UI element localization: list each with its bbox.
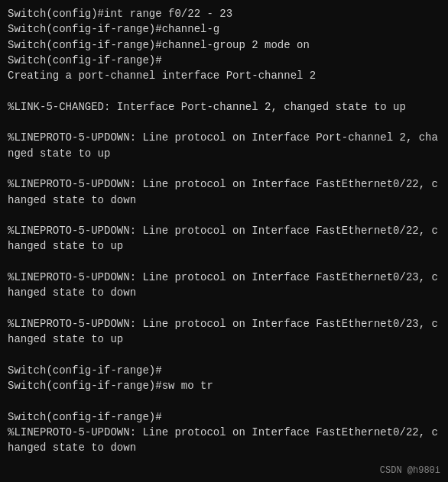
terminal-blank-line: [8, 161, 440, 176]
terminal-blank-line: [8, 83, 440, 99]
terminal-line: Switch(config-if-range)#: [8, 409, 440, 425]
terminal-line: Switch(config-if-range)#channel-group 2 …: [8, 37, 440, 53]
terminal-blank-line: [8, 115, 440, 130]
terminal-line: %LINEPROTO-5-UPDOWN: Line protocol on In…: [8, 425, 440, 456]
terminal-blank-line: [8, 348, 440, 363]
terminal-blank-line: [8, 393, 440, 409]
terminal-line: %LINEPROTO-5-UPDOWN: Line protocol on In…: [8, 176, 440, 208]
terminal-line: Creating a port-channel interface Port-c…: [8, 68, 440, 83]
terminal-line: %LINEPROTO-5-UPDOWN: Line protocol on In…: [8, 270, 440, 301]
terminal-line: %LINEPROTO-5-UPDOWN: Line protocol on In…: [8, 130, 440, 161]
terminal-window: Switch(config)#int range f0/22 - 23Switc…: [0, 0, 448, 482]
terminal-blank-line: [8, 208, 440, 223]
terminal-blank-line: [8, 254, 440, 270]
terminal-line: Switch(config-if-range)#channel-g: [8, 21, 440, 37]
terminal-content: Switch(config)#int range f0/22 - 23Switc…: [8, 6, 440, 456]
terminal-line: %LINEPROTO-5-UPDOWN: Line protocol on In…: [8, 223, 440, 254]
terminal-line: Switch(config-if-range)#: [8, 363, 440, 378]
watermark: CSDN @h980i: [380, 465, 440, 476]
terminal-line: %LINK-5-CHANGED: Interface Port-channel …: [8, 99, 440, 115]
terminal-line: %LINEPROTO-5-UPDOWN: Line protocol on In…: [8, 316, 440, 348]
terminal-line: Switch(config-if-range)#: [8, 53, 440, 68]
terminal-blank-line: [8, 301, 440, 316]
terminal-line: Switch(config)#int range f0/22 - 23: [8, 6, 440, 21]
terminal-line: Switch(config-if-range)#sw mo tr: [8, 378, 440, 393]
